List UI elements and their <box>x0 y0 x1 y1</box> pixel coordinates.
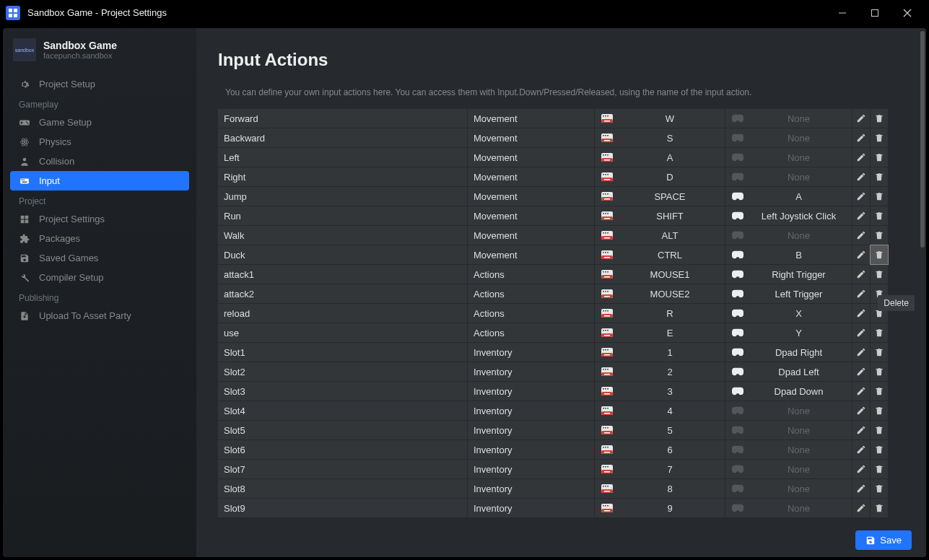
gamepad-binding-cell[interactable]: None <box>725 421 852 439</box>
action-name-cell[interactable]: attack1 <box>218 265 467 284</box>
keyboard-binding-cell[interactable]: A <box>595 148 725 167</box>
action-group-cell[interactable]: Inventory <box>468 362 594 381</box>
edit-button[interactable] <box>852 479 870 498</box>
delete-button[interactable] <box>871 265 888 284</box>
sidebar-item-packages[interactable]: Packages <box>10 229 189 248</box>
edit-button[interactable] <box>852 460 870 478</box>
action-name-cell[interactable]: Slot2 <box>218 362 467 381</box>
delete-button[interactable] <box>871 362 888 381</box>
sidebar-item-project-setup[interactable]: Project Setup <box>10 74 189 94</box>
sidebar-item-input[interactable]: Input <box>10 171 189 191</box>
delete-button[interactable] <box>871 323 888 342</box>
action-name-cell[interactable]: Slot3 <box>218 382 467 401</box>
action-name-cell[interactable]: Backward <box>218 128 467 147</box>
edit-button[interactable] <box>852 304 870 323</box>
delete-button[interactable] <box>871 460 888 478</box>
action-group-cell[interactable]: Movement <box>468 109 594 128</box>
action-name-cell[interactable]: Slot8 <box>218 479 467 498</box>
action-name-cell[interactable]: attack2 <box>218 284 467 303</box>
keyboard-binding-cell[interactable]: 5 <box>595 421 725 439</box>
gamepad-binding-cell[interactable]: A <box>725 187 852 206</box>
edit-button[interactable] <box>852 343 870 362</box>
gamepad-binding-cell[interactable]: None <box>725 479 852 498</box>
action-group-cell[interactable]: Inventory <box>468 499 594 517</box>
keyboard-binding-cell[interactable]: 3 <box>595 382 725 401</box>
action-group-cell[interactable]: Inventory <box>468 479 594 498</box>
action-group-cell[interactable]: Inventory <box>468 401 594 420</box>
action-group-cell[interactable]: Movement <box>468 226 594 245</box>
gamepad-binding-cell[interactable]: None <box>725 109 852 128</box>
action-name-cell[interactable]: Forward <box>218 109 467 128</box>
action-name-cell[interactable]: Slot1 <box>218 343 467 362</box>
action-group-cell[interactable]: Movement <box>468 245 594 264</box>
keyboard-binding-cell[interactable]: SHIFT <box>595 206 725 225</box>
edit-button[interactable] <box>852 206 870 225</box>
action-name-cell[interactable]: Jump <box>218 187 467 206</box>
delete-button[interactable] <box>871 226 888 245</box>
action-name-cell[interactable]: Walk <box>218 226 467 245</box>
edit-button[interactable] <box>852 440 870 459</box>
delete-button[interactable] <box>871 206 888 225</box>
gamepad-binding-cell[interactable]: None <box>725 460 852 478</box>
edit-button[interactable] <box>852 265 870 284</box>
action-name-cell[interactable]: Slot6 <box>218 440 467 459</box>
gamepad-binding-cell[interactable]: None <box>725 167 852 186</box>
action-group-cell[interactable]: Movement <box>468 148 594 167</box>
gamepad-binding-cell[interactable]: None <box>725 499 852 517</box>
maximize-button[interactable] <box>858 2 891 24</box>
keyboard-binding-cell[interactable]: 9 <box>595 499 725 517</box>
keyboard-binding-cell[interactable]: MOUSE1 <box>595 265 725 284</box>
action-name-cell[interactable]: Duck <box>218 245 467 264</box>
action-group-cell[interactable]: Movement <box>468 167 594 186</box>
keyboard-binding-cell[interactable]: SPACE <box>595 187 725 206</box>
action-name-cell[interactable]: Run <box>218 206 467 225</box>
action-group-cell[interactable]: Actions <box>468 265 594 284</box>
save-button[interactable]: Save <box>855 530 912 550</box>
keyboard-binding-cell[interactable]: 6 <box>595 440 725 459</box>
action-group-cell[interactable]: Movement <box>468 128 594 147</box>
gamepad-binding-cell[interactable]: Right Trigger <box>725 265 852 284</box>
keyboard-binding-cell[interactable]: MOUSE2 <box>595 284 725 303</box>
gamepad-binding-cell[interactable]: Left Trigger <box>725 284 852 303</box>
project-header[interactable]: sandbox Sandbox Game facepunch.sandbox <box>10 38 189 61</box>
action-group-cell[interactable]: Inventory <box>468 460 594 478</box>
sidebar-item-game-setup[interactable]: Game Setup <box>10 113 189 132</box>
gamepad-binding-cell[interactable]: Dpad Down <box>725 382 852 401</box>
keyboard-binding-cell[interactable]: E <box>595 323 725 342</box>
sidebar-item-upload-to-asset-party[interactable]: Upload To Asset Party <box>10 306 189 325</box>
edit-button[interactable] <box>852 109 870 128</box>
edit-button[interactable] <box>852 226 870 245</box>
keyboard-binding-cell[interactable]: 2 <box>595 362 725 381</box>
gamepad-binding-cell[interactable]: None <box>725 401 852 420</box>
close-button[interactable] <box>891 2 923 24</box>
action-name-cell[interactable]: Left <box>218 148 467 167</box>
sidebar-item-compiler-setup[interactable]: Compiler Setup <box>10 268 189 287</box>
delete-button[interactable] <box>871 499 888 517</box>
edit-button[interactable] <box>852 284 870 303</box>
gamepad-binding-cell[interactable]: Left Joystick Click <box>725 206 852 225</box>
action-name-cell[interactable]: Slot4 <box>218 401 467 420</box>
delete-button[interactable] <box>871 343 888 362</box>
gamepad-binding-cell[interactable]: None <box>725 440 852 459</box>
gamepad-binding-cell[interactable]: X <box>725 304 852 323</box>
edit-button[interactable] <box>852 362 870 381</box>
gamepad-binding-cell[interactable]: B <box>725 245 852 264</box>
action-name-cell[interactable]: use <box>218 323 467 342</box>
action-group-cell[interactable]: Inventory <box>468 440 594 459</box>
keyboard-binding-cell[interactable]: S <box>595 128 725 147</box>
sidebar-item-saved-games[interactable]: Saved Games <box>10 248 189 268</box>
edit-button[interactable] <box>852 167 870 186</box>
gamepad-binding-cell[interactable]: Y <box>725 323 852 342</box>
action-group-cell[interactable]: Inventory <box>468 382 594 401</box>
edit-button[interactable] <box>852 382 870 401</box>
action-name-cell[interactable]: reload <box>218 304 467 323</box>
edit-button[interactable] <box>852 187 870 206</box>
action-name-cell[interactable]: Slot5 <box>218 421 467 439</box>
keyboard-binding-cell[interactable]: R <box>595 304 725 323</box>
action-group-cell[interactable]: Actions <box>468 323 594 342</box>
gamepad-binding-cell[interactable]: Dpad Left <box>725 362 852 381</box>
action-group-cell[interactable]: Inventory <box>468 343 594 362</box>
minimize-button[interactable] <box>826 2 858 24</box>
action-group-cell[interactable]: Actions <box>468 284 594 303</box>
delete-button[interactable] <box>871 109 888 128</box>
